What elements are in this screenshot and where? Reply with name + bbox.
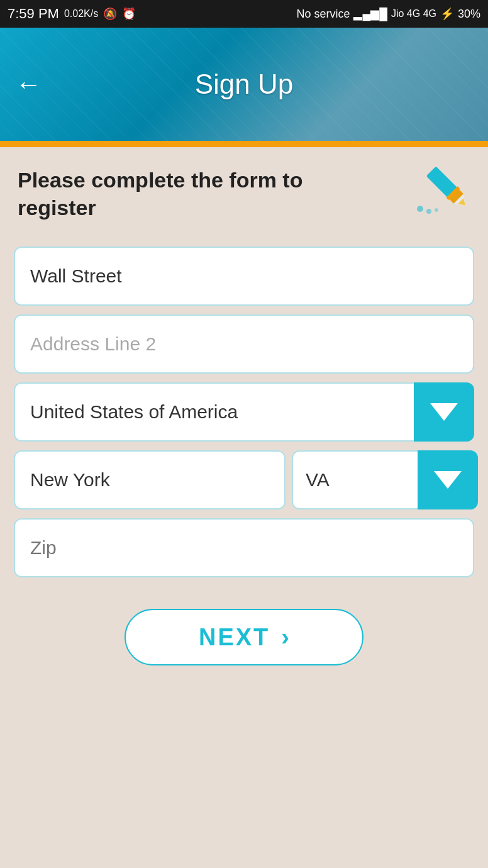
address-line2-group — [14, 314, 474, 374]
header-title: Sign Up — [195, 69, 294, 100]
svg-point-0 — [417, 206, 423, 212]
next-button[interactable]: NEXT › — [125, 609, 363, 665]
status-bar: 7:59 PM 0.02K/s 🔕 ⏰ No service ▂▄▆█ Jio … — [0, 0, 488, 28]
time: 7:59 PM — [8, 6, 59, 22]
next-arrow-icon: › — [281, 624, 289, 651]
form-heading-area: Please complete the form to register — [14, 166, 474, 221]
lightning-icon: ⚡ — [440, 7, 454, 21]
header: ← Sign Up — [0, 28, 488, 141]
pencil-icon — [414, 160, 470, 216]
carrier: No service — [296, 8, 350, 21]
city-input[interactable] — [14, 450, 286, 509]
accent-bar — [0, 141, 488, 147]
svg-point-2 — [435, 208, 438, 212]
form-section: Please complete the form to register — [0, 147, 488, 691]
back-button[interactable]: ← — [15, 69, 42, 99]
zip-group — [14, 518, 474, 577]
country-row — [14, 382, 474, 442]
mute-icon: 🔕 — [103, 7, 117, 21]
state-dropdown-button[interactable] — [418, 450, 478, 509]
next-button-label: NEXT — [199, 624, 270, 651]
next-btn-container: NEXT › — [14, 609, 474, 665]
country-dropdown-button[interactable] — [414, 382, 474, 442]
network-speed: 0.02K/s — [64, 8, 98, 19]
status-right: No service ▂▄▆█ Jio 4G 4G ⚡ 30% — [296, 7, 480, 21]
state-input[interactable] — [292, 450, 418, 509]
address-line1-group — [14, 247, 474, 306]
svg-point-1 — [426, 209, 431, 214]
status-left: 7:59 PM 0.02K/s 🔕 ⏰ — [8, 6, 136, 22]
alarm-icon: ⏰ — [122, 7, 136, 21]
state-dropdown-arrow-icon — [434, 471, 462, 489]
city-state-row — [14, 450, 474, 509]
address-line1-input[interactable] — [14, 247, 474, 306]
carrier-type: Jio 4G 4G — [391, 8, 436, 19]
zip-input[interactable] — [14, 518, 474, 577]
country-dropdown-arrow-icon — [430, 403, 458, 421]
signal-bars: ▂▄▆█ — [353, 7, 387, 21]
country-input[interactable] — [14, 382, 414, 442]
battery-level: 30% — [458, 8, 480, 21]
form-heading: Please complete the form to register — [18, 166, 370, 221]
address-line2-input[interactable] — [14, 314, 474, 374]
